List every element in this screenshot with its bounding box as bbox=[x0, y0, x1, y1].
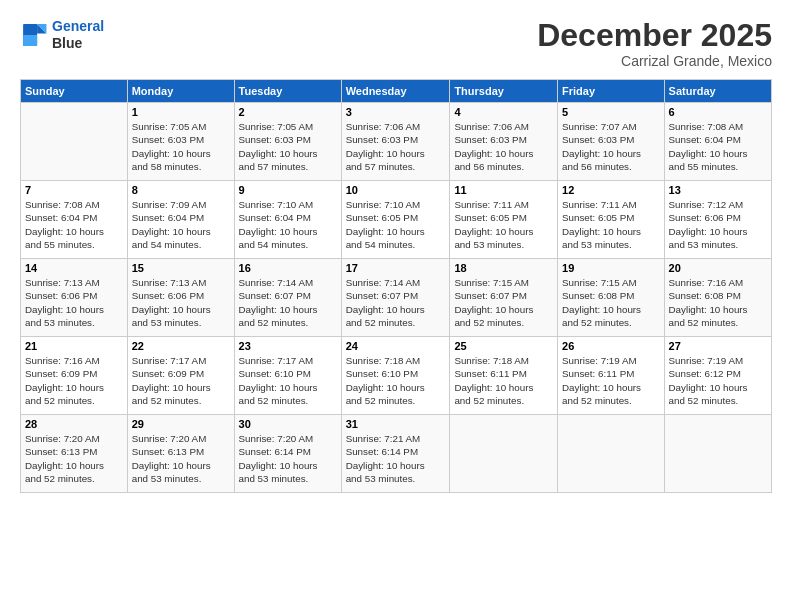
day-info: Sunrise: 7:19 AM Sunset: 6:11 PM Dayligh… bbox=[562, 354, 660, 407]
day-number: 24 bbox=[346, 340, 446, 352]
logo: General Blue bbox=[20, 18, 104, 52]
day-info: Sunrise: 7:09 AM Sunset: 6:04 PM Dayligh… bbox=[132, 198, 230, 251]
day-number: 27 bbox=[669, 340, 767, 352]
day-number: 13 bbox=[669, 184, 767, 196]
day-cell: 31Sunrise: 7:21 AM Sunset: 6:14 PM Dayli… bbox=[341, 415, 450, 493]
day-cell: 10Sunrise: 7:10 AM Sunset: 6:05 PM Dayli… bbox=[341, 181, 450, 259]
day-cell: 9Sunrise: 7:10 AM Sunset: 6:04 PM Daylig… bbox=[234, 181, 341, 259]
week-row-2: 7Sunrise: 7:08 AM Sunset: 6:04 PM Daylig… bbox=[21, 181, 772, 259]
logo-line2: Blue bbox=[52, 35, 104, 52]
day-number: 30 bbox=[239, 418, 337, 430]
col-header-monday: Monday bbox=[127, 80, 234, 103]
day-number: 19 bbox=[562, 262, 660, 274]
day-cell: 30Sunrise: 7:20 AM Sunset: 6:14 PM Dayli… bbox=[234, 415, 341, 493]
day-cell: 13Sunrise: 7:12 AM Sunset: 6:06 PM Dayli… bbox=[664, 181, 771, 259]
day-cell: 22Sunrise: 7:17 AM Sunset: 6:09 PM Dayli… bbox=[127, 337, 234, 415]
day-number: 12 bbox=[562, 184, 660, 196]
day-number: 6 bbox=[669, 106, 767, 118]
day-cell: 18Sunrise: 7:15 AM Sunset: 6:07 PM Dayli… bbox=[450, 259, 558, 337]
day-info: Sunrise: 7:20 AM Sunset: 6:14 PM Dayligh… bbox=[239, 432, 337, 485]
day-cell: 25Sunrise: 7:18 AM Sunset: 6:11 PM Dayli… bbox=[450, 337, 558, 415]
day-number: 11 bbox=[454, 184, 553, 196]
day-cell: 14Sunrise: 7:13 AM Sunset: 6:06 PM Dayli… bbox=[21, 259, 128, 337]
title-block: December 2025 Carrizal Grande, Mexico bbox=[537, 18, 772, 69]
day-info: Sunrise: 7:17 AM Sunset: 6:09 PM Dayligh… bbox=[132, 354, 230, 407]
header: General Blue December 2025 Carrizal Gran… bbox=[20, 18, 772, 69]
day-info: Sunrise: 7:13 AM Sunset: 6:06 PM Dayligh… bbox=[132, 276, 230, 329]
day-info: Sunrise: 7:14 AM Sunset: 6:07 PM Dayligh… bbox=[346, 276, 446, 329]
day-cell: 28Sunrise: 7:20 AM Sunset: 6:13 PM Dayli… bbox=[21, 415, 128, 493]
day-cell: 29Sunrise: 7:20 AM Sunset: 6:13 PM Dayli… bbox=[127, 415, 234, 493]
day-number: 8 bbox=[132, 184, 230, 196]
day-cell bbox=[558, 415, 665, 493]
day-info: Sunrise: 7:20 AM Sunset: 6:13 PM Dayligh… bbox=[132, 432, 230, 485]
day-info: Sunrise: 7:06 AM Sunset: 6:03 PM Dayligh… bbox=[454, 120, 553, 173]
col-header-thursday: Thursday bbox=[450, 80, 558, 103]
week-row-5: 28Sunrise: 7:20 AM Sunset: 6:13 PM Dayli… bbox=[21, 415, 772, 493]
day-cell: 20Sunrise: 7:16 AM Sunset: 6:08 PM Dayli… bbox=[664, 259, 771, 337]
day-number: 20 bbox=[669, 262, 767, 274]
logo-icon bbox=[20, 21, 48, 49]
day-info: Sunrise: 7:12 AM Sunset: 6:06 PM Dayligh… bbox=[669, 198, 767, 251]
day-number: 10 bbox=[346, 184, 446, 196]
day-cell: 17Sunrise: 7:14 AM Sunset: 6:07 PM Dayli… bbox=[341, 259, 450, 337]
header-row: SundayMondayTuesdayWednesdayThursdayFrid… bbox=[21, 80, 772, 103]
day-number: 26 bbox=[562, 340, 660, 352]
day-number: 14 bbox=[25, 262, 123, 274]
day-info: Sunrise: 7:18 AM Sunset: 6:11 PM Dayligh… bbox=[454, 354, 553, 407]
day-cell: 16Sunrise: 7:14 AM Sunset: 6:07 PM Dayli… bbox=[234, 259, 341, 337]
day-number: 25 bbox=[454, 340, 553, 352]
day-number: 17 bbox=[346, 262, 446, 274]
day-info: Sunrise: 7:16 AM Sunset: 6:09 PM Dayligh… bbox=[25, 354, 123, 407]
calendar-table: SundayMondayTuesdayWednesdayThursdayFrid… bbox=[20, 79, 772, 493]
day-cell: 23Sunrise: 7:17 AM Sunset: 6:10 PM Dayli… bbox=[234, 337, 341, 415]
day-number: 9 bbox=[239, 184, 337, 196]
day-number: 15 bbox=[132, 262, 230, 274]
day-cell: 1Sunrise: 7:05 AM Sunset: 6:03 PM Daylig… bbox=[127, 103, 234, 181]
day-info: Sunrise: 7:13 AM Sunset: 6:06 PM Dayligh… bbox=[25, 276, 123, 329]
day-cell: 7Sunrise: 7:08 AM Sunset: 6:04 PM Daylig… bbox=[21, 181, 128, 259]
day-cell: 27Sunrise: 7:19 AM Sunset: 6:12 PM Dayli… bbox=[664, 337, 771, 415]
day-info: Sunrise: 7:15 AM Sunset: 6:07 PM Dayligh… bbox=[454, 276, 553, 329]
day-cell: 26Sunrise: 7:19 AM Sunset: 6:11 PM Dayli… bbox=[558, 337, 665, 415]
day-info: Sunrise: 7:17 AM Sunset: 6:10 PM Dayligh… bbox=[239, 354, 337, 407]
day-info: Sunrise: 7:15 AM Sunset: 6:08 PM Dayligh… bbox=[562, 276, 660, 329]
col-header-friday: Friday bbox=[558, 80, 665, 103]
day-cell: 8Sunrise: 7:09 AM Sunset: 6:04 PM Daylig… bbox=[127, 181, 234, 259]
day-info: Sunrise: 7:11 AM Sunset: 6:05 PM Dayligh… bbox=[454, 198, 553, 251]
day-number: 22 bbox=[132, 340, 230, 352]
day-cell: 6Sunrise: 7:08 AM Sunset: 6:04 PM Daylig… bbox=[664, 103, 771, 181]
logo-line1: General bbox=[52, 18, 104, 34]
day-number: 18 bbox=[454, 262, 553, 274]
day-cell: 5Sunrise: 7:07 AM Sunset: 6:03 PM Daylig… bbox=[558, 103, 665, 181]
day-number: 1 bbox=[132, 106, 230, 118]
week-row-4: 21Sunrise: 7:16 AM Sunset: 6:09 PM Dayli… bbox=[21, 337, 772, 415]
day-info: Sunrise: 7:20 AM Sunset: 6:13 PM Dayligh… bbox=[25, 432, 123, 485]
day-info: Sunrise: 7:05 AM Sunset: 6:03 PM Dayligh… bbox=[239, 120, 337, 173]
day-cell bbox=[21, 103, 128, 181]
day-number: 29 bbox=[132, 418, 230, 430]
day-cell bbox=[450, 415, 558, 493]
day-info: Sunrise: 7:14 AM Sunset: 6:07 PM Dayligh… bbox=[239, 276, 337, 329]
col-header-saturday: Saturday bbox=[664, 80, 771, 103]
day-cell: 3Sunrise: 7:06 AM Sunset: 6:03 PM Daylig… bbox=[341, 103, 450, 181]
day-info: Sunrise: 7:05 AM Sunset: 6:03 PM Dayligh… bbox=[132, 120, 230, 173]
day-cell: 12Sunrise: 7:11 AM Sunset: 6:05 PM Dayli… bbox=[558, 181, 665, 259]
day-number: 28 bbox=[25, 418, 123, 430]
day-info: Sunrise: 7:10 AM Sunset: 6:05 PM Dayligh… bbox=[346, 198, 446, 251]
day-number: 21 bbox=[25, 340, 123, 352]
day-cell: 21Sunrise: 7:16 AM Sunset: 6:09 PM Dayli… bbox=[21, 337, 128, 415]
day-number: 4 bbox=[454, 106, 553, 118]
location-subtitle: Carrizal Grande, Mexico bbox=[537, 53, 772, 69]
month-title: December 2025 bbox=[537, 18, 772, 53]
day-info: Sunrise: 7:10 AM Sunset: 6:04 PM Dayligh… bbox=[239, 198, 337, 251]
day-info: Sunrise: 7:08 AM Sunset: 6:04 PM Dayligh… bbox=[25, 198, 123, 251]
day-number: 23 bbox=[239, 340, 337, 352]
day-cell: 19Sunrise: 7:15 AM Sunset: 6:08 PM Dayli… bbox=[558, 259, 665, 337]
day-number: 3 bbox=[346, 106, 446, 118]
col-header-wednesday: Wednesday bbox=[341, 80, 450, 103]
logo-text: General Blue bbox=[52, 18, 104, 52]
day-info: Sunrise: 7:16 AM Sunset: 6:08 PM Dayligh… bbox=[669, 276, 767, 329]
day-info: Sunrise: 7:08 AM Sunset: 6:04 PM Dayligh… bbox=[669, 120, 767, 173]
page: General Blue December 2025 Carrizal Gran… bbox=[0, 0, 792, 612]
